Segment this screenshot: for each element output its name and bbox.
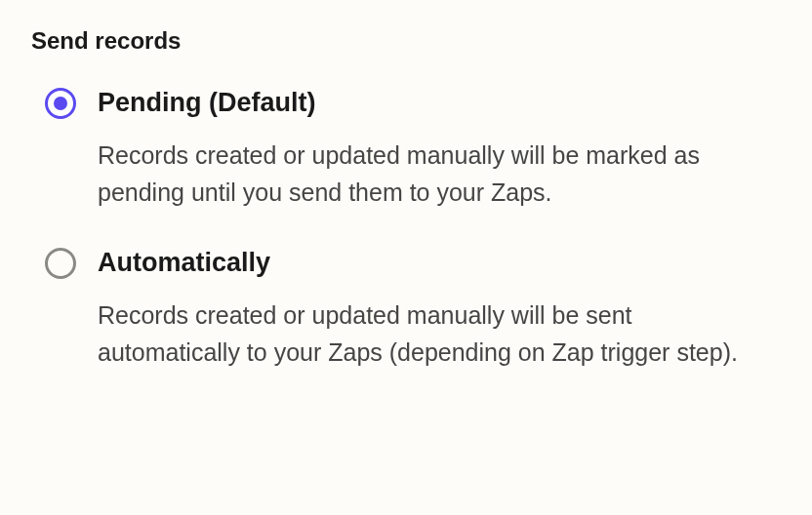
option-automatically-label: Automatically <box>98 246 781 280</box>
radio-automatically[interactable] <box>45 248 76 279</box>
radio-pending[interactable] <box>45 88 76 119</box>
option-automatically[interactable]: Automatically Records created or updated… <box>45 246 781 371</box>
option-pending-label: Pending (Default) <box>98 86 781 120</box>
option-automatically-description: Records created or updated manually will… <box>98 297 781 371</box>
option-automatically-body: Automatically Records created or updated… <box>98 246 781 371</box>
option-pending-description: Records created or updated manually will… <box>98 138 781 211</box>
radio-group: Pending (Default) Records created or upd… <box>31 86 781 371</box>
section-title: Send records <box>31 27 781 55</box>
option-pending[interactable]: Pending (Default) Records created or upd… <box>45 86 781 211</box>
option-pending-body: Pending (Default) Records created or upd… <box>98 86 781 211</box>
